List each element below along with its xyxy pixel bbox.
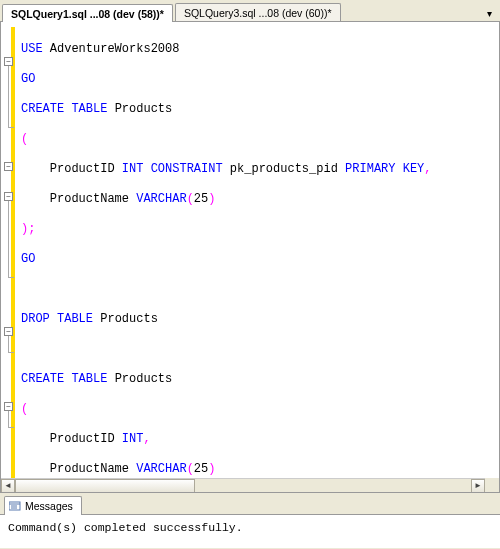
scroll-left-arrow-icon[interactable]: ◄ — [1, 479, 15, 493]
scroll-right-arrow-icon[interactable]: ► — [471, 479, 485, 493]
tab-sqlquery3[interactable]: SQLQuery3.sql ...08 (dev (60))* — [175, 3, 341, 21]
sql-editor: − − − − − USE AdventureWorks2008 GO CREA… — [0, 22, 500, 493]
fold-toggle-icon[interactable]: − — [4, 57, 13, 66]
results-pane: Messages Command(s) completed successful… — [0, 493, 500, 548]
messages-output[interactable]: Command(s) completed successfully. — [0, 515, 500, 548]
fold-guide — [8, 201, 9, 277]
code-area[interactable]: USE AdventureWorks2008 GO CREATE TABLE P… — [21, 27, 499, 478]
scroll-thumb[interactable] — [15, 479, 195, 493]
horizontal-scrollbar[interactable]: ◄ ► — [1, 478, 485, 492]
editor-viewport[interactable]: − − − − − USE AdventureWorks2008 GO CREA… — [1, 22, 499, 478]
messages-tab-label: Messages — [25, 500, 73, 512]
document-tabs: SQLQuery1.sql ...08 (dev (58))* SQLQuery… — [0, 0, 500, 22]
scrollbar-corner — [485, 478, 499, 492]
tab-sqlquery1[interactable]: SQLQuery1.sql ...08 (dev (58))* — [2, 4, 173, 22]
fold-end — [8, 427, 14, 428]
fold-toggle-icon[interactable]: − — [4, 192, 13, 201]
fold-end — [8, 277, 14, 278]
fold-toggle-icon[interactable]: − — [4, 327, 13, 336]
tab-messages[interactable]: Messages — [4, 496, 82, 515]
fold-end — [8, 127, 14, 128]
fold-toggle-icon[interactable]: − — [4, 402, 13, 411]
fold-end — [8, 352, 14, 353]
fold-guide — [8, 66, 9, 127]
messages-icon — [9, 501, 21, 511]
results-tabs: Messages — [0, 493, 500, 515]
tab-overflow-dropdown-icon[interactable]: ▾ — [485, 6, 494, 21]
fold-toggle-icon[interactable]: − — [4, 162, 13, 171]
